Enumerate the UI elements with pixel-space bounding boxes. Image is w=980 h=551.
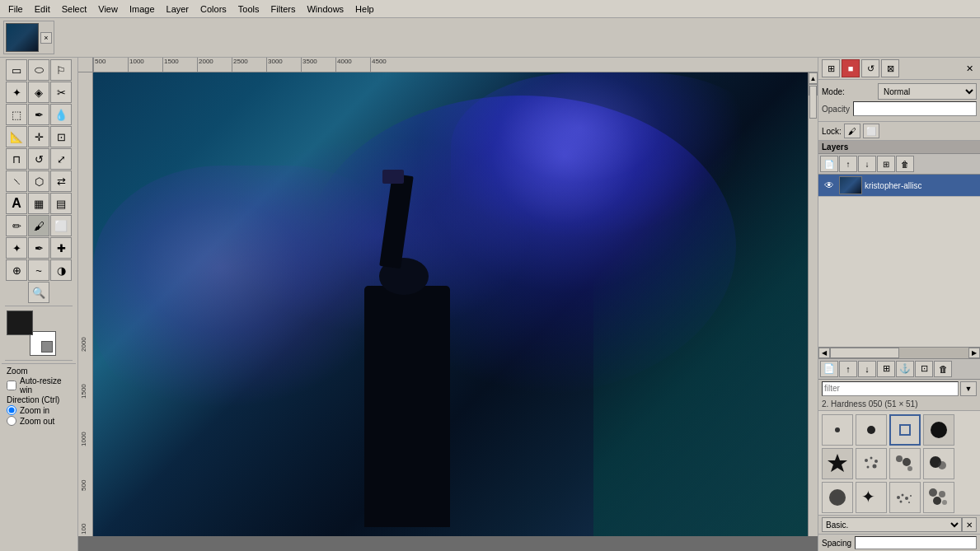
- menu-select[interactable]: Select: [57, 2, 92, 16]
- layer-lower-button[interactable]: ↓: [858, 156, 876, 172]
- paintbrush-tool[interactable]: 🖌: [28, 215, 49, 236]
- vscroll-up-button[interactable]: ▲: [809, 72, 818, 84]
- brush-item-12[interactable]: [923, 482, 954, 513]
- filter-dropdown-btn[interactable]: ▼: [960, 381, 977, 396]
- swap-colors-icon[interactable]: [41, 341, 53, 353]
- layer-raise-button[interactable]: ↑: [839, 156, 857, 172]
- merge-layer-button[interactable]: ⊡: [915, 361, 933, 377]
- select-by-color-tool[interactable]: ◈: [28, 82, 49, 103]
- brush-item-7[interactable]: [889, 448, 921, 479]
- text-tool[interactable]: A: [6, 193, 27, 214]
- zoom-out-label: Zoom out: [20, 417, 54, 426]
- rectangle-select-tool[interactable]: ▭: [6, 59, 27, 81]
- svg-point-19: [897, 496, 900, 499]
- brush-item-4[interactable]: [923, 414, 954, 446]
- duplicate-layer-button[interactable]: ⊞: [877, 361, 895, 377]
- brush-item-3[interactable]: [889, 414, 921, 446]
- pencil-tool[interactable]: ✏: [6, 215, 27, 236]
- palette-icon[interactable]: ■: [842, 59, 860, 77]
- zoom-in-radio[interactable]: [7, 405, 16, 415]
- layer-visibility-eye[interactable]: 👁: [822, 178, 837, 193]
- airbrush-tool[interactable]: ✦: [6, 237, 27, 259]
- canvas-area[interactable]: [93, 72, 808, 536]
- clone-tool[interactable]: ⊕: [6, 259, 27, 281]
- menu-filters[interactable]: Filters: [266, 2, 301, 16]
- device-status-icon[interactable]: ⊠: [881, 59, 899, 77]
- ellipse-select-tool[interactable]: ⬭: [28, 59, 49, 81]
- zoom-tool[interactable]: 🔍: [28, 282, 49, 303]
- eraser-tool[interactable]: ⬜: [50, 215, 72, 236]
- tab-close-button[interactable]: ×: [40, 32, 52, 44]
- menu-edit[interactable]: Edit: [30, 2, 55, 16]
- lock-alpha-button[interactable]: ⬜: [863, 124, 879, 138]
- zoom-out-radio[interactable]: [7, 416, 16, 426]
- layer-new-button[interactable]: 📄: [820, 156, 838, 172]
- brush-item-6[interactable]: [856, 448, 887, 479]
- bucket-fill-tool[interactable]: ▦: [28, 193, 49, 214]
- blend-tool[interactable]: ▤: [50, 193, 72, 214]
- flip-tool[interactable]: ⇄: [50, 170, 72, 192]
- auto-resize-checkbox[interactable]: [7, 381, 16, 390]
- layers-scroll-right[interactable]: ▶: [968, 348, 980, 358]
- image-tab[interactable]: ×: [3, 21, 54, 54]
- brush-item-10[interactable]: ✦: [856, 482, 887, 513]
- layers-scroll-left[interactable]: ◀: [818, 348, 830, 358]
- color-picker-tool[interactable]: 💧: [50, 104, 72, 125]
- ruler-mark-500: 500: [93, 58, 128, 72]
- spacing-input[interactable]: 10.0: [855, 536, 977, 549]
- layers-scroll-thumb[interactable]: [830, 348, 899, 358]
- anchor-layer-button[interactable]: ⚓: [896, 361, 914, 377]
- vscroll-thumb[interactable]: [809, 86, 817, 119]
- menu-file[interactable]: File: [3, 2, 28, 16]
- crop-tool[interactable]: ⊓: [6, 148, 27, 170]
- delete-layer-button[interactable]: 🗑: [934, 361, 952, 377]
- fuzzy-select-tool[interactable]: ✦: [6, 82, 27, 103]
- foreground-color-swatch[interactable]: [7, 311, 33, 335]
- menu-view[interactable]: View: [93, 2, 123, 16]
- raise-layer-button[interactable]: ↑: [839, 361, 857, 377]
- menu-layer[interactable]: Layer: [162, 2, 195, 16]
- layers-scroll-track[interactable]: [830, 348, 968, 358]
- layer-item[interactable]: 👁 kristopher-allisc: [818, 175, 980, 197]
- history-icon[interactable]: ↺: [861, 59, 879, 77]
- ink-tool[interactable]: ✒: [28, 237, 49, 259]
- foreground-select-tool[interactable]: ⬚: [6, 104, 27, 125]
- heal-tool[interactable]: ✚: [50, 237, 72, 259]
- brush-item-9[interactable]: [822, 482, 853, 513]
- measure-tool[interactable]: 📐: [6, 126, 27, 147]
- brushes-filter-input[interactable]: [822, 381, 959, 396]
- lower-layer-button[interactable]: ↓: [858, 361, 876, 377]
- toolbox: ▭ ⬭ ⚐ ✦ ◈ ✂ ⬚ ✒ 💧 📐 ✛ ⊡ ⊓ ↺ ⤢ ⟍ ⬡ ⇄: [0, 58, 78, 551]
- brush-item-1[interactable]: [822, 414, 853, 446]
- brush-item-5[interactable]: [822, 448, 853, 479]
- brush-item-11[interactable]: [889, 482, 921, 513]
- brushes-close-btn[interactable]: ✕: [962, 517, 977, 532]
- layer-duplicate-button[interactable]: ⊞: [877, 156, 895, 172]
- brush-item-8[interactable]: [923, 448, 954, 479]
- dodge-burn-tool[interactable]: ◑: [50, 259, 72, 281]
- smudge-tool[interactable]: ~: [28, 259, 49, 281]
- panel-close-icon[interactable]: ✕: [962, 61, 977, 76]
- menu-tools[interactable]: Tools: [233, 2, 265, 16]
- menu-help[interactable]: Help: [350, 2, 379, 16]
- brush-item-2[interactable]: [856, 414, 887, 446]
- opacity-input[interactable]: 100.0: [853, 101, 977, 116]
- perspective-tool[interactable]: ⬡: [28, 170, 49, 192]
- rotate-tool[interactable]: ↺: [28, 148, 49, 170]
- menu-image[interactable]: Image: [124, 2, 160, 16]
- mode-select[interactable]: Normal: [878, 83, 977, 100]
- scale-tool[interactable]: ⤢: [50, 148, 72, 170]
- menu-windows[interactable]: Windows: [302, 2, 349, 16]
- move-tool[interactable]: ✛: [28, 126, 49, 147]
- free-select-tool[interactable]: ⚐: [50, 59, 72, 81]
- shear-tool[interactable]: ⟍: [6, 170, 27, 192]
- layer-delete-button[interactable]: 🗑: [896, 156, 914, 172]
- lock-paint-button[interactable]: 🖌: [844, 124, 860, 138]
- scissors-tool[interactable]: ✂: [50, 82, 72, 103]
- paths-tool[interactable]: ✒: [28, 104, 49, 125]
- brushes-category-select[interactable]: Basic.: [822, 517, 962, 532]
- new-layer-button[interactable]: 📄: [820, 361, 838, 377]
- tool-options-icon[interactable]: ⊞: [822, 59, 840, 77]
- align-tool[interactable]: ⊡: [50, 126, 72, 147]
- menu-colors[interactable]: Colors: [195, 2, 232, 16]
